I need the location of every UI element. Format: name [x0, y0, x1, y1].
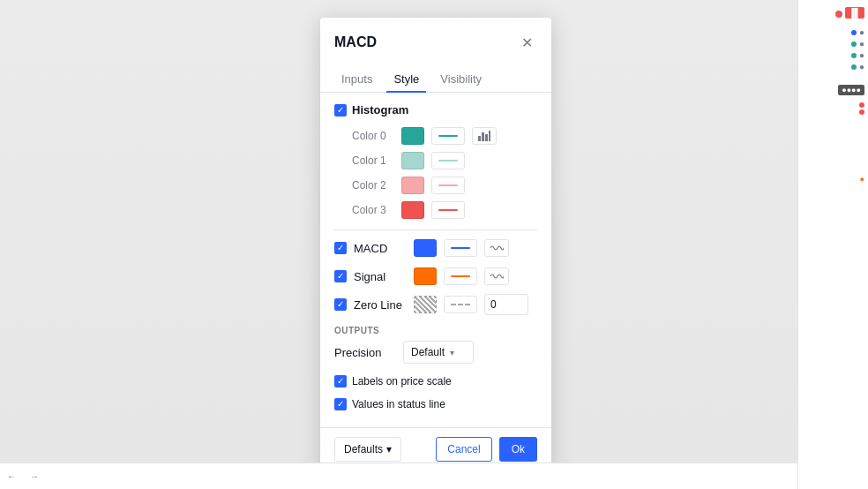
precision-select[interactable]: Default ▾ — [403, 341, 474, 364]
signal-checkbox[interactable] — [334, 270, 347, 282]
labels-checkbox[interactable] — [334, 375, 347, 387]
option-row-1: Values in status line — [334, 394, 537, 415]
values-checkbox-label[interactable]: Values in status line — [334, 398, 445, 410]
dialog-header: MACD ✕ — [320, 18, 551, 53]
color-2-label: Color 2 — [352, 179, 394, 192]
color-3-swatch[interactable] — [401, 201, 424, 219]
macd-name: MACD — [354, 242, 407, 255]
color-1-line-btn[interactable] — [431, 152, 465, 169]
color-row-0: Color 0 — [352, 124, 537, 148]
price-label-4: ● — [859, 62, 864, 71]
defaults-button[interactable]: Defaults ▾ — [334, 437, 401, 462]
option-row-0: Labels on price scale — [334, 371, 537, 392]
separator-1 — [334, 229, 537, 230]
ok-button[interactable]: Ok — [499, 437, 537, 462]
signal-checkbox-label[interactable] — [334, 270, 347, 282]
labels-option-text: Labels on price scale — [352, 375, 452, 387]
macd-wave-btn[interactable] — [484, 239, 509, 257]
macd-color-swatch[interactable] — [414, 239, 437, 257]
zeroline-name: Zero Line — [354, 298, 407, 312]
price-badge-red: ▐▌ — [845, 7, 864, 19]
svg-rect-3 — [489, 131, 490, 141]
tab-inputs[interactable]: Inputs — [334, 67, 379, 93]
tab-visibility[interactable]: Visibility — [433, 67, 489, 93]
price-badge-dark: ●●●● — [838, 85, 864, 95]
color-1-label: Color 1 — [352, 154, 394, 167]
zeroline-row: Zero Line 0 — [334, 290, 537, 319]
dot-red-2 — [859, 102, 864, 108]
color-0-label: Color 0 — [352, 130, 394, 142]
precision-row: Precision Default ▾ — [334, 341, 537, 364]
precision-label: Precision — [334, 346, 396, 359]
signal-wave-btn[interactable] — [484, 267, 509, 285]
cancel-button[interactable]: Cancel — [436, 437, 491, 462]
histogram-checkbox[interactable] — [334, 104, 347, 117]
color-0-line-btn[interactable] — [431, 127, 465, 145]
zeroline-color-swatch[interactable] — [414, 296, 437, 313]
price-labels: ▐▌ ● ● ● ● ●●●● — [798, 0, 868, 192]
dialog-content: Histogram Color 0 — [320, 93, 551, 427]
bottom-bar: ← → — [0, 463, 797, 489]
signal-line-btn[interactable] — [444, 267, 477, 285]
tabs-container: Inputs Style Visibility — [320, 60, 551, 93]
macd-row: MACD — [334, 234, 537, 262]
price-label-1: ● — [859, 27, 864, 37]
dot-green — [851, 64, 857, 70]
defaults-arrow-icon: ▾ — [386, 443, 392, 455]
outputs-label: OUTPUTS — [334, 326, 537, 335]
zeroline-checkbox[interactable] — [334, 298, 347, 311]
values-checkbox[interactable] — [334, 398, 347, 410]
dot-teal — [851, 41, 857, 47]
defaults-label: Defaults — [344, 443, 383, 455]
footer-right: Cancel Ok — [436, 437, 537, 462]
bar-chart-icon[interactable] — [472, 127, 497, 145]
svg-rect-2 — [485, 134, 488, 141]
price-dot-red — [835, 11, 842, 18]
dialog-title: MACD — [334, 34, 377, 50]
svg-rect-0 — [478, 136, 481, 141]
precision-value: Default — [411, 346, 445, 358]
color-2-swatch[interactable] — [401, 177, 424, 194]
histogram-label: Histogram — [352, 103, 408, 117]
histogram-section-header: Histogram — [334, 103, 537, 117]
svg-rect-1 — [482, 132, 484, 141]
color-3-line-btn[interactable] — [431, 201, 465, 219]
tab-style[interactable]: Style — [386, 67, 426, 93]
dot-blue — [851, 30, 857, 35]
macd-checkbox[interactable] — [334, 242, 347, 254]
price-label-2: ● — [859, 39, 864, 49]
price-orange: ● — [860, 175, 864, 184]
chevron-down-icon: ▾ — [450, 348, 454, 357]
zeroline-value-input[interactable]: 0 — [484, 294, 528, 315]
labels-checkbox-label[interactable]: Labels on price scale — [334, 375, 452, 387]
close-button[interactable]: ✕ — [516, 32, 537, 53]
bottom-label-2: → — [30, 471, 39, 481]
dot-teal-2 — [851, 53, 857, 58]
macd-checkbox-label[interactable] — [334, 242, 347, 254]
right-panel: ▐▌ ● ● ● ● ●●●● — [797, 0, 868, 489]
color-3-label: Color 3 — [352, 204, 394, 216]
signal-row: Signal — [334, 262, 537, 290]
color-rows-container: Color 0 Color 1 — [352, 124, 537, 222]
macd-dialog: MACD ✕ Inputs Style Visibility Histogram… — [320, 18, 551, 470]
color-row-1: Color 1 — [352, 148, 537, 173]
color-2-line-btn[interactable] — [431, 177, 465, 194]
dot-red-3 — [859, 109, 864, 115]
histogram-checkbox-label[interactable]: Histogram — [334, 103, 408, 117]
bottom-label-1: ← — [7, 471, 16, 481]
macd-line-btn[interactable] — [444, 239, 477, 257]
color-row-2: Color 2 — [352, 173, 537, 198]
values-option-text: Values in status line — [352, 398, 445, 410]
zeroline-line-btn[interactable] — [444, 296, 477, 313]
price-label-3: ● — [859, 50, 864, 60]
color-1-swatch[interactable] — [401, 152, 424, 169]
signal-name: Signal — [354, 270, 407, 283]
color-0-swatch[interactable] — [401, 127, 424, 145]
color-row-3: Color 3 — [352, 198, 537, 222]
zeroline-checkbox-label[interactable] — [334, 298, 347, 311]
signal-color-swatch[interactable] — [414, 267, 437, 285]
